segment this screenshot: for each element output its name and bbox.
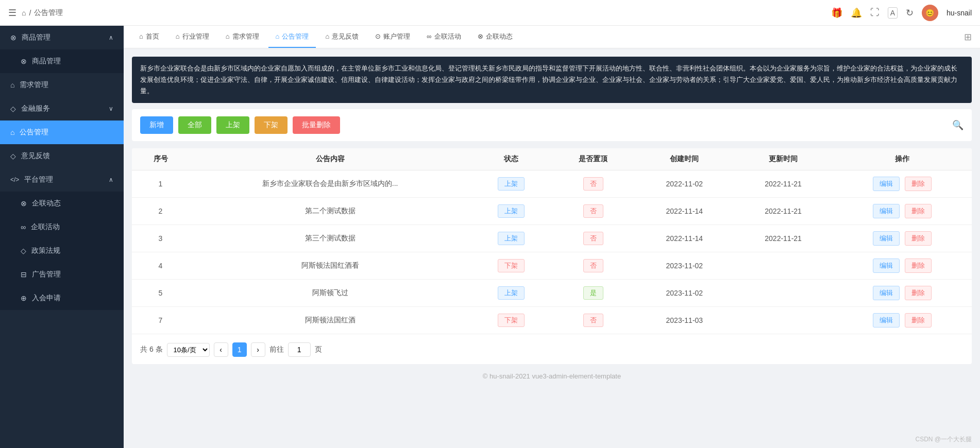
edit-button[interactable]: 编辑 [873, 286, 900, 300]
tab-announcement[interactable]: ⌂ 公告管理 [268, 26, 316, 48]
toolbar: 新增 全部 上架 下架 批量删除 🔍 [132, 109, 972, 141]
tab-demand-icon: ⌂ [226, 32, 230, 40]
cell-top: 否 [551, 307, 635, 334]
tab-demand[interactable]: ⌂ 需求管理 [218, 26, 266, 48]
cell-status: 上架 [471, 170, 551, 198]
sidebar-item-enterprise-activity[interactable]: ∞ 企联活动 [0, 215, 124, 239]
sidebar-item-enterprise-dynamics[interactable]: ⊗ 企联动态 [0, 192, 124, 215]
page-size-select[interactable]: 10条/页 [167, 343, 210, 357]
tab-alliance-activity-icon: ∞ [427, 32, 431, 40]
goto-page-input[interactable] [288, 342, 311, 357]
nav-tabs-left: ⌂ 首页 ⌂ 行业管理 ⌂ 需求管理 ⌂ 公告管理 ⌂ 意见反馈 [132, 26, 520, 48]
next-page-button[interactable]: › [251, 342, 265, 357]
sidebar-item-policy[interactable]: ◇ 政策法规 [0, 239, 124, 263]
online-button[interactable]: 上架 [216, 116, 249, 134]
cell-id: 5 [132, 280, 189, 307]
add-button[interactable]: 新增 [140, 116, 173, 134]
delete-button[interactable]: 删除 [905, 286, 932, 300]
sidebar-item-advertising[interactable]: ⊟ 广告管理 [0, 263, 124, 286]
tab-account-icon: ⊙ [375, 32, 381, 40]
tab-home[interactable]: ⌂ 首页 [132, 26, 166, 48]
delete-button[interactable]: 删除 [905, 313, 932, 328]
cell-id: 7 [132, 307, 189, 334]
tab-alliance-activity[interactable]: ∞ 企联活动 [419, 26, 468, 48]
edit-button[interactable]: 编辑 [873, 313, 900, 328]
edit-button[interactable]: 编辑 [873, 231, 900, 246]
bell-icon[interactable]: 🔔 [851, 7, 862, 19]
sidebar-submenu-label: 商品管理 [32, 57, 61, 66]
batch-delete-button[interactable]: 批量删除 [293, 116, 340, 134]
cell-status: 上架 [471, 225, 551, 252]
sidebar-item-platform[interactable]: </> 平台管理 ∧ [0, 168, 124, 192]
sidebar: ⊗ 商品管理 ∧ ⊗ 商品管理 ⌂ 需求管理 ◇ 金融服务 [0, 26, 124, 448]
topbar-right: 🎁 🔔 ⛶ A ↻ 😊 hu-snail [831, 5, 972, 21]
cell-id: 2 [132, 198, 189, 225]
tab-industry[interactable]: ⌂ 行业管理 [168, 26, 216, 48]
sidebar-item-product[interactable]: ⊗ 商品管理 ∧ [0, 26, 124, 49]
cell-updated [734, 252, 833, 280]
sidebar-item-announcement[interactable]: ⌂ 公告管理 [0, 120, 124, 144]
sidebar-item-product-manage[interactable]: ⊗ 商品管理 [0, 49, 124, 73]
delete-button[interactable]: 删除 [905, 177, 932, 191]
edit-button[interactable]: 编辑 [873, 204, 900, 218]
avatar[interactable]: 😊 [922, 5, 938, 21]
cell-status: 下架 [471, 252, 551, 280]
cell-created: 2023-11-02 [635, 280, 734, 307]
cell-created: 2022-11-02 [635, 170, 734, 198]
sidebar-item-label: 商品管理 [22, 33, 50, 42]
cell-id: 3 [132, 225, 189, 252]
delete-button[interactable]: 删除 [905, 231, 932, 246]
breadcrumb-label: 公告管理 [34, 8, 63, 18]
delete-button[interactable]: 删除 [905, 204, 932, 218]
fullscreen-icon[interactable]: ⛶ [870, 7, 880, 18]
delete-button[interactable]: 删除 [905, 259, 932, 273]
product-icon: ⊗ [10, 33, 16, 42]
cell-top: 否 [551, 252, 635, 280]
sidebar-item-join[interactable]: ⊕ 入会申请 [0, 286, 124, 310]
menu-toggle-icon[interactable]: ☰ [8, 7, 16, 19]
tab-feedback-label: 意见反馈 [332, 32, 359, 41]
sidebar-item-label: 意见反馈 [21, 151, 50, 161]
demand-icon: ⌂ [10, 81, 14, 89]
offline-button[interactable]: 下架 [255, 116, 288, 134]
enterprise-dynamics-icon: ⊗ [21, 199, 27, 208]
tab-account[interactable]: ⊙ 账户管理 [368, 26, 417, 48]
username[interactable]: hu-snail [947, 9, 972, 17]
current-page-button[interactable]: 1 [232, 342, 247, 357]
edit-button[interactable]: 编辑 [873, 177, 900, 191]
sidebar-submenu-platform: ⊗ 企联动态 ∞ 企联活动 ◇ 政策法规 ⊟ 广告管理 [0, 192, 124, 310]
tab-feedback[interactable]: ⌂ 意见反馈 [318, 26, 366, 48]
nav-tabs: ⌂ 首页 ⌂ 行业管理 ⌂ 需求管理 ⌂ 公告管理 ⌂ 意见反馈 [124, 26, 980, 48]
col-header-action: 操作 [833, 148, 972, 170]
cell-action: 编辑 删除 [833, 225, 972, 252]
sidebar-item-demand[interactable]: ⌂ 需求管理 [0, 73, 124, 97]
pagination: 共 6 条 10条/页 ‹ 1 › 前往 页 [132, 335, 972, 364]
tab-account-label: 账户管理 [383, 32, 410, 41]
cell-top: 否 [551, 170, 635, 198]
collapse-icon: ∧ [109, 34, 113, 41]
advertising-icon: ⊟ [21, 270, 27, 279]
sidebar-item-finance[interactable]: ◇ 金融服务 ∨ [0, 97, 124, 120]
cell-top: 否 [551, 198, 635, 225]
footer: © hu-snail-2021 vue3-admin-element-templ… [132, 364, 972, 384]
search-button[interactable]: 🔍 [952, 119, 964, 131]
table-row: 2 第二个测试数据 上架 否 2022-11-14 2022-11-21 编辑 … [132, 198, 972, 225]
nav-tabs-grid-icon[interactable]: ⊞ [964, 31, 972, 43]
tab-alliance-dynamics[interactable]: ⊗ 企联动态 [470, 26, 520, 48]
gift-icon[interactable]: 🎁 [831, 7, 842, 19]
sidebar-item-label: 金融服务 [21, 104, 50, 113]
col-header-content: 公告内容 [189, 148, 471, 170]
prev-page-button[interactable]: ‹ [214, 342, 228, 357]
cell-action: 编辑 删除 [833, 198, 972, 225]
copyright-text: © hu-snail-2021 vue3-admin-element-templ… [483, 372, 621, 380]
col-header-updated: 更新时间 [734, 148, 833, 170]
col-header-created: 创建时间 [635, 148, 734, 170]
translate-icon[interactable]: A [888, 7, 898, 19]
edit-button[interactable]: 编辑 [873, 259, 900, 273]
all-button[interactable]: 全部 [178, 116, 211, 134]
join-icon: ⊕ [21, 294, 27, 302]
cell-created: 2022-11-14 [635, 198, 734, 225]
cell-status: 上架 [471, 198, 551, 225]
sidebar-item-feedback[interactable]: ◇ 意见反馈 [0, 144, 124, 168]
refresh-icon[interactable]: ↻ [906, 7, 914, 19]
